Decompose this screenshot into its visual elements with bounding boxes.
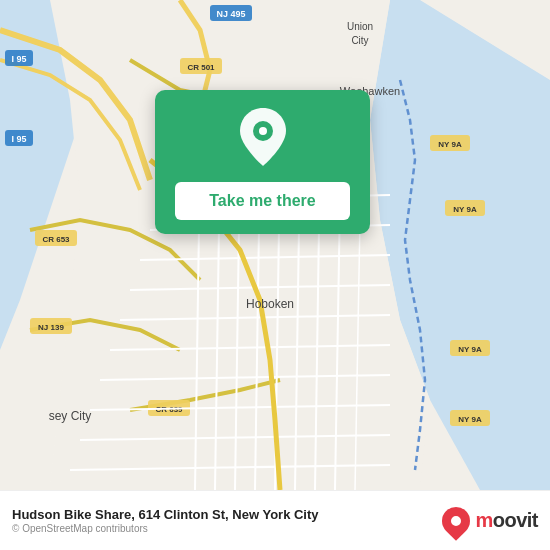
svg-text:NJ 495: NJ 495	[216, 9, 245, 19]
take-me-there-button[interactable]: Take me there	[175, 182, 350, 220]
moovit-brand-highlight: m	[475, 509, 492, 531]
moovit-brand-text: moovit	[475, 509, 538, 532]
svg-text:I 95: I 95	[11, 54, 26, 64]
svg-text:CR 501: CR 501	[187, 63, 215, 72]
svg-text:CR 653: CR 653	[42, 235, 70, 244]
svg-text:NY 9A: NY 9A	[453, 205, 477, 214]
map-background: I 95 I 95 NJ 495 CR 501 CR 653 NJ 139 CR…	[0, 0, 550, 490]
footer: Hudson Bike Share, 614 Clinton St, New Y…	[0, 490, 550, 550]
svg-text:Hoboken: Hoboken	[246, 297, 294, 311]
svg-text:I 95: I 95	[11, 134, 26, 144]
map-container: I 95 I 95 NJ 495 CR 501 CR 653 NJ 139 CR…	[0, 0, 550, 490]
footer-info: Hudson Bike Share, 614 Clinton St, New Y…	[12, 507, 319, 534]
svg-text:sey City: sey City	[49, 409, 92, 423]
location-card: Take me there	[155, 90, 370, 234]
svg-text:City: City	[351, 35, 368, 46]
svg-text:NJ 139: NJ 139	[38, 323, 64, 332]
svg-text:NY 9A: NY 9A	[458, 345, 482, 354]
osm-credit: © OpenStreetMap contributors	[12, 523, 319, 534]
svg-text:NY 9A: NY 9A	[458, 415, 482, 424]
location-title: Hudson Bike Share, 614 Clinton St, New Y…	[12, 507, 319, 522]
svg-text:NY 9A: NY 9A	[438, 140, 462, 149]
moovit-icon	[437, 501, 477, 541]
pin-icon	[238, 108, 288, 172]
svg-text:Union: Union	[347, 21, 373, 32]
svg-point-52	[259, 127, 267, 135]
svg-marker-4	[50, 0, 430, 490]
moovit-logo: moovit	[442, 507, 538, 535]
moovit-icon-inner	[449, 513, 463, 527]
